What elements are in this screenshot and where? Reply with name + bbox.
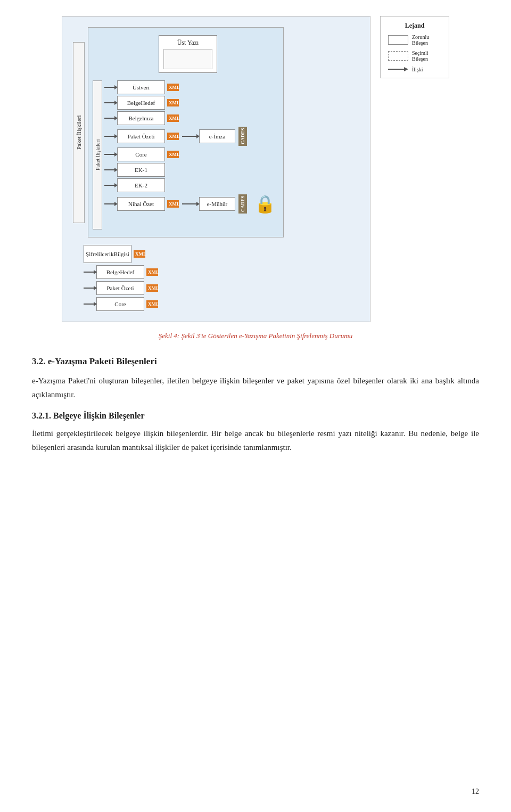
- belgehedef2-xml: XML: [146, 268, 158, 276]
- belgehedef-box: BelgeHedef: [117, 96, 165, 110]
- belgehedef-xml: XML: [167, 99, 179, 106]
- belgeimza-xml: XML: [167, 114, 179, 122]
- comp-row-paket-ozeti: Paket Özeti XML e-İmza CADES: [104, 127, 276, 146]
- diagram-caption: Şekil 4: Şekil 3'te Gösterilen e-Yazışma…: [32, 332, 479, 340]
- diagram-bottom-section: ŞifrelilcerikBilgisi XML BelgeHedef XML: [84, 245, 359, 311]
- bottom-row-paket-ozeti2: Paket Özeti XML: [84, 281, 359, 295]
- section-321-heading: 3.2.1. Belgeye İlişkin Bileşenler: [32, 411, 479, 421]
- ek2-box: EK-2: [117, 178, 165, 192]
- legend-box: Lejand Zorunlu Bileşen Seçimli Bileşen İ…: [380, 16, 449, 78]
- ust-yazi-inner: [163, 49, 212, 69]
- bottom-row-belgehedef2: BelgeHedef XML: [84, 265, 359, 279]
- legend-secimli-rect: [388, 51, 408, 61]
- paket-ozeti2-box: Paket Özeti: [96, 281, 144, 295]
- e-muhur-box: e-Mühür: [199, 197, 235, 211]
- section-321-number: 3.2.1.: [32, 411, 51, 420]
- comp-row-belgeimza: Belgelmza XML: [104, 111, 276, 125]
- section-32-heading: 3.2. e-Yazışma Paketi Bileşenleri: [32, 356, 479, 367]
- ust-yazi-box: Üst Yazı: [159, 35, 217, 73]
- outer-vertical-label-wrapper: Paket İlişkileri: [73, 27, 85, 237]
- legend-zorunlu: Zorunlu Bileşen: [388, 34, 441, 46]
- diagram-main: Paket İlişkileri Üst Yazı: [62, 16, 370, 322]
- bottom-row-core2: Core XML: [84, 297, 359, 311]
- core-box: Core: [117, 147, 165, 161]
- section-321-paragraph1: İletimi gerçekleştirilecek belgeye ilişk…: [32, 427, 479, 454]
- belgeimza-box: Belgelmza: [117, 111, 165, 125]
- ust-yazi-container: Üst Yazı: [127, 35, 276, 75]
- lock-icon: 🔒: [254, 194, 276, 214]
- legend-iliski-arrow: [388, 66, 408, 72]
- core2-box: Core: [96, 297, 144, 311]
- inner-vertical-label: Paket İlişkileri: [93, 80, 102, 229]
- legend-secimli: Seçimli Bileşen: [388, 50, 441, 62]
- bottom-row-sifre: ŞifrelilcerikBilgisi XML: [84, 245, 359, 263]
- section-32-paragraph1: e-Yazışma Paketi'ni oluşturan bileşenler…: [32, 374, 479, 401]
- core2-xml: XML: [146, 300, 158, 308]
- ek1-box: EK-1: [117, 163, 165, 177]
- comp-row-core: Core XML: [104, 147, 276, 161]
- nihai-cades-badge: CADES: [238, 194, 247, 214]
- e-imza-box: e-İmza: [199, 129, 235, 143]
- section-321-title: Belgeye İlişkin Bileşenler: [53, 411, 145, 420]
- core-xml: XML: [167, 151, 179, 158]
- legend-secimli-label: Seçimli Bileşen: [412, 50, 441, 62]
- comp-row-nihai-ozet: Nihai Özet XML e-Mühür CADES: [104, 194, 276, 214]
- comp-row-ustveri: Üstveri XML: [104, 80, 276, 94]
- paket-cades-badge: CADES: [238, 127, 247, 146]
- legend-iliski-label: İlişki: [412, 67, 423, 72]
- nihai-ozet-xml: XML: [167, 200, 179, 208]
- paket-ozeti-xml: XML: [167, 133, 179, 140]
- section-32-title: e-Yazışma Paketi Bileşenleri: [48, 356, 157, 366]
- paket-iliskileri-row: Paket İlişkileri Üstveri XML: [93, 80, 276, 229]
- component-rows: Üstveri XML BelgeHedef XML: [104, 80, 276, 214]
- arrow-line-ustveri: [104, 87, 115, 88]
- nihai-ozet-box: Nihai Özet: [117, 197, 165, 211]
- comp-row-ek2: EK-2: [104, 178, 276, 192]
- diagram-outer: Paket İlişkileri Üst Yazı: [62, 16, 449, 322]
- diagram-wrapper: Paket İlişkileri Üst Yazı: [32, 16, 479, 322]
- legend-iliski: İlişki: [388, 66, 441, 72]
- legend-title: Lejand: [388, 22, 441, 30]
- page-number: 12: [472, 788, 479, 796]
- ustveri-box: Üstveri: [117, 80, 165, 94]
- comp-row-ek1: EK-1: [104, 163, 276, 177]
- sifre-box: ŞifrelilcerikBilgisi: [84, 245, 131, 263]
- section-32-number: 3.2.: [32, 356, 46, 366]
- sifre-xml: XML: [134, 250, 145, 258]
- legend-zorunlu-label: Zorunlu Bileşen: [412, 34, 441, 46]
- ust-yazi-label: Üst Yazı: [177, 39, 199, 46]
- diagram-top-section: Paket İlişkileri Üst Yazı: [73, 27, 359, 237]
- legend-zorunlu-rect: [388, 35, 408, 45]
- inner-diagram-area: Üst Yazı Paket İlişkileri: [88, 27, 284, 237]
- belgehedef2-box: BelgeHedef: [96, 265, 144, 279]
- paket-ozeti2-xml: XML: [146, 284, 158, 292]
- outer-vertical-label: Paket İlişkileri: [73, 42, 85, 223]
- comp-row-belgehedef: BelgeHedef XML: [104, 96, 276, 110]
- paket-ozeti-box: Paket Özeti: [117, 129, 165, 143]
- ustveri-xml: XML: [167, 84, 179, 91]
